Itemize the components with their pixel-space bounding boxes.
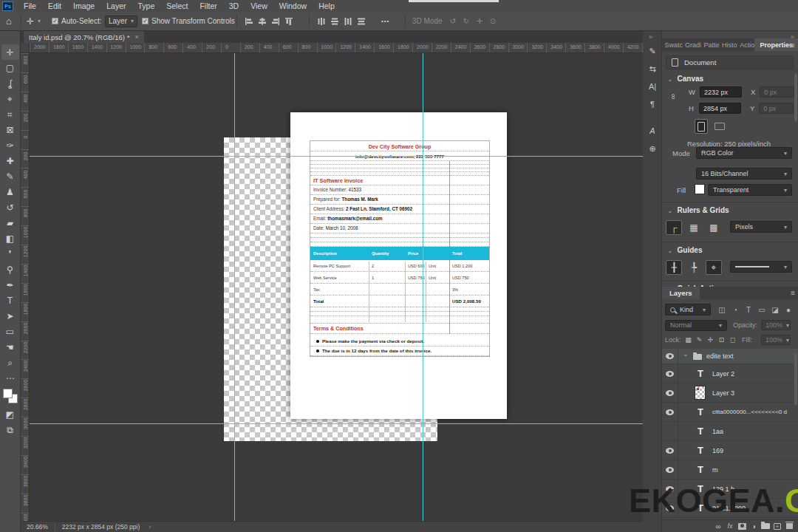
menu-item-view[interactable]: View <box>245 0 273 12</box>
text-layer-thumbnail[interactable]: T <box>698 464 703 475</box>
panel-tab-swatc[interactable]: Swatc <box>662 41 683 51</box>
guide-vertical-1[interactable] <box>234 53 235 521</box>
lock-all-icon[interactable]: ◻ <box>727 336 738 344</box>
filter-smart-objects-icon[interactable]: ◪ <box>768 306 782 314</box>
text-layer-thumbnail[interactable]: T <box>698 368 703 379</box>
menu-item-layer[interactable]: Layer <box>100 0 132 12</box>
layer-row-citta0000000-0-d[interactable]: Tcitta0000000...<<<<<<<<0 d <box>662 403 798 422</box>
layer-filter-kind-dropdown[interactable]: Kind ▾ <box>665 304 711 316</box>
layer-effects-icon[interactable]: fx <box>724 521 736 531</box>
canvas-x-input[interactable]: 0 px <box>760 86 794 98</box>
units-dropdown[interactable]: Pixels▾ <box>730 221 792 233</box>
document-tab[interactable]: Italy id.psd @ 20.7% (RGB/16) * × <box>24 31 144 43</box>
panel-tab-histo[interactable]: Histo <box>720 41 737 51</box>
landscape-orientation-button[interactable] <box>712 119 728 134</box>
brush-tool[interactable]: ✎ <box>1 168 19 184</box>
canvas-height-input[interactable]: 2854 px <box>699 103 741 114</box>
new-layer-icon[interactable]: + <box>771 521 783 531</box>
dodge-tool[interactable]: ⚲ <box>1 262 19 277</box>
group-expand-caret[interactable]: ⌄ <box>683 350 689 358</box>
filter-pixel-layers-icon[interactable]: ◫ <box>715 306 729 314</box>
bit-depth-dropdown[interactable]: 16 Bits/Channel▾ <box>696 168 792 180</box>
lock-image-pixels-icon[interactable]: ✎ <box>694 336 705 344</box>
visibility-toggle[interactable] <box>662 422 678 440</box>
foreground-color-swatch[interactable] <box>3 389 13 398</box>
collapse-panels-icon[interactable]: » <box>649 33 652 41</box>
filter-adjustment-layers-icon[interactable]: ◔ <box>729 306 742 314</box>
lock-guides-icon[interactable]: ╄ <box>686 260 702 275</box>
color-mode-dropdown[interactable]: RGB Color▾ <box>696 147 792 159</box>
guides-section-header[interactable]: ⌄Guides <box>667 246 702 254</box>
auto-select-target-dropdown[interactable]: Layer▾ <box>105 12 137 30</box>
object-selection-tool[interactable]: ⌖ <box>1 91 19 106</box>
guide-style-dropdown[interactable]: ▾ <box>730 261 792 273</box>
canvas-y-input[interactable]: 0 px <box>759 103 794 114</box>
paragraph-panel-icon[interactable]: ¶ <box>643 96 662 112</box>
quick-mask-icon[interactable]: ◩ <box>1 406 19 422</box>
text-layer-thumbnail[interactable]: T <box>698 406 703 417</box>
properties-scrollbar[interactable] <box>794 73 797 122</box>
align-center-horizontal-icon[interactable] <box>256 14 269 29</box>
align-right-icon[interactable] <box>269 14 282 29</box>
pixel-grid-toggle-icon[interactable]: ▩ <box>706 220 722 235</box>
blur-tool[interactable]: ❜ <box>1 246 19 262</box>
menu-item-type[interactable]: Type <box>132 0 160 12</box>
clear-guides-icon[interactable]: ⌖ <box>706 260 722 275</box>
distribute-horizontal-icon[interactable] <box>315 14 328 29</box>
panel-menu-icon[interactable]: ≡ <box>791 41 795 50</box>
filter-shape-layers-icon[interactable]: ▭ <box>755 306 768 314</box>
libraries-panel-icon[interactable]: ⊕ <box>643 140 662 157</box>
panel-tab-gradi[interactable]: Gradi <box>683 41 701 51</box>
hand-tool[interactable]: ☚ <box>1 339 19 355</box>
clone-source-panel-icon[interactable]: ⇆ <box>643 61 662 77</box>
filter-pin-icon[interactable]: ● <box>782 306 795 314</box>
menu-item-3d[interactable]: 3D <box>223 0 245 12</box>
fill-input[interactable]: 100%▾ <box>761 335 791 345</box>
move-tool[interactable]: ✛ <box>1 44 19 60</box>
layer-row-m[interactable]: Tm <box>662 460 798 480</box>
layer-thumbnail[interactable] <box>695 386 706 400</box>
opacity-input[interactable]: 100%▾ <box>761 320 791 330</box>
zoom-tool[interactable]: ⌕ <box>1 355 19 370</box>
visibility-toggle[interactable] <box>662 403 678 421</box>
layers-scrollbar[interactable] <box>794 353 797 405</box>
visibility-toggle[interactable] <box>662 460 678 479</box>
ruler-toggle-icon[interactable]: ┌ <box>666 220 682 235</box>
fill-swatch[interactable] <box>695 184 705 194</box>
visibility-toggle[interactable] <box>662 364 678 383</box>
more-tools[interactable]: ⋯ <box>1 370 19 386</box>
marquee-tool[interactable]: ▢ <box>1 60 19 75</box>
link-dimensions-icon[interactable]: ∞ <box>669 94 678 100</box>
show-transform-controls-checkbox[interactable]: ✓ Show Transform Controls <box>142 12 235 30</box>
guide-horizontal-2[interactable] <box>30 423 643 424</box>
rulers-grids-section-header[interactable]: ⌄Rulers & Grids <box>667 206 729 214</box>
lock-position-icon[interactable]: ✛ <box>705 336 716 344</box>
blend-mode-dropdown[interactable]: Normal▾ <box>665 320 727 331</box>
adjustment-layer-icon[interactable]: ◑ <box>748 521 760 531</box>
portrait-orientation-button[interactable] <box>695 119 708 134</box>
menu-item-file[interactable]: File <box>18 0 42 12</box>
status-options-chevron[interactable]: › <box>149 523 151 531</box>
vertical-ruler[interactable]: 8006004002000200400600800100012001400160… <box>21 53 30 521</box>
auto-select-checkbox[interactable]: ✓ Auto-Select: <box>52 12 101 30</box>
eyedropper-tool[interactable]: ✑ <box>1 137 19 153</box>
path-selection-tool[interactable]: ➤ <box>1 308 19 324</box>
layer-row-169[interactable]: T169 <box>662 441 798 460</box>
layers-menu-icon[interactable]: ≡ <box>791 289 795 297</box>
color-swatches[interactable] <box>3 389 18 403</box>
lasso-tool[interactable]: ʆ <box>1 75 19 91</box>
layers-tab[interactable]: Layers <box>662 287 700 299</box>
new-guide-icon[interactable]: ╂ <box>666 260 682 275</box>
invoice-page[interactable]: Dev City Software Group info@devcitysoft… <box>290 112 507 419</box>
align-left-icon[interactable] <box>242 14 256 29</box>
distribute-spacing-horizontal-icon[interactable] <box>341 14 355 29</box>
delete-layer-icon[interactable] <box>783 521 795 531</box>
distribute-vertical-icon[interactable] <box>328 14 341 29</box>
history-brush-tool[interactable]: ↺ <box>1 200 19 215</box>
screen-mode-icon[interactable]: ⧉ <box>1 422 19 437</box>
pen-tool[interactable]: ✒ <box>1 277 19 293</box>
type-tool[interactable]: T <box>1 293 19 308</box>
new-group-icon[interactable] <box>760 521 771 531</box>
canvas-area[interactable]: Dev City Software Group info@devcitysoft… <box>30 53 643 521</box>
grid-toggle-icon[interactable]: ▦ <box>686 220 702 235</box>
